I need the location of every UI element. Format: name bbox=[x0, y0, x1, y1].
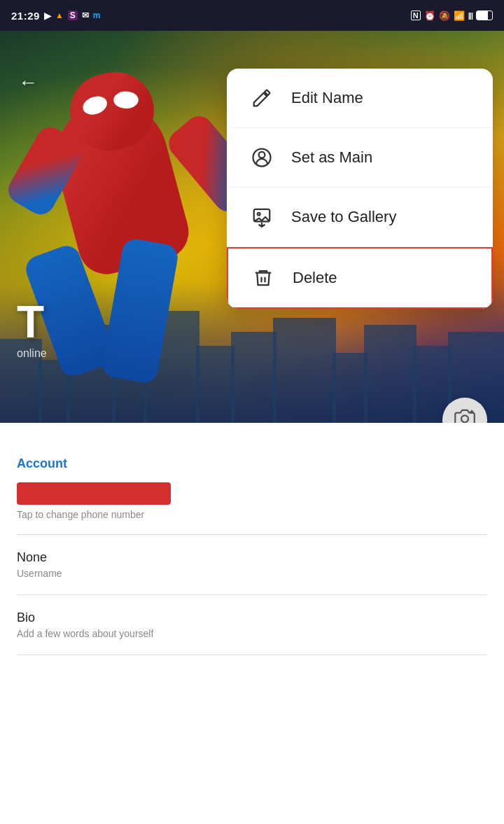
mute-icon: 🔕 bbox=[439, 11, 450, 21]
adaway-icon: ▲ bbox=[55, 11, 64, 20]
delete-label: Delete bbox=[293, 269, 337, 287]
menu-item-edit-name[interactable]: Edit Name bbox=[227, 69, 493, 128]
phone-hint: Tap to change phone number bbox=[17, 509, 487, 520]
set-main-label: Set as Main bbox=[291, 148, 372, 167]
bio-hint: Add a few words about yourself bbox=[17, 628, 487, 639]
phone-number-redacted[interactable] bbox=[17, 482, 171, 505]
trash-svg bbox=[253, 267, 274, 288]
image-download-svg bbox=[251, 207, 272, 228]
svg-point-1 bbox=[259, 152, 265, 158]
hero-username-area: T online bbox=[17, 300, 47, 360]
status-left: 21:29 ▶ ▲ S ✉ m bbox=[11, 10, 100, 22]
hero-username-letter: T bbox=[17, 300, 47, 344]
divider-2 bbox=[17, 594, 487, 595]
mail-icon: ✉ bbox=[82, 11, 89, 20]
username-value: None bbox=[17, 550, 487, 565]
svg-point-3 bbox=[258, 213, 260, 216]
pencil-icon bbox=[249, 85, 274, 111]
status-bar: 21:29 ▶ ▲ S ✉ m N ⏰ 🔕 📶 ||| bbox=[0, 0, 504, 31]
divider-1 bbox=[17, 534, 487, 535]
slack-icon: S bbox=[68, 11, 78, 20]
status-right-icons: N ⏰ 🔕 📶 ||| bbox=[411, 11, 493, 21]
location-icon: ▶ bbox=[44, 11, 51, 21]
person-circle-svg bbox=[251, 147, 272, 168]
status-time: 21:29 bbox=[11, 10, 40, 22]
edit-name-label: Edit Name bbox=[291, 89, 363, 107]
account-section-title: Account bbox=[17, 456, 487, 471]
hero-area: ← T online Edit Name Set bbox=[0, 31, 504, 423]
person-circle-icon bbox=[249, 145, 274, 170]
account-row-username[interactable]: None Username bbox=[17, 538, 487, 592]
pencil-svg bbox=[251, 88, 272, 109]
account-row-bio[interactable]: Bio Add a few words about yourself bbox=[17, 598, 487, 652]
back-arrow-icon: ← bbox=[18, 71, 38, 94]
save-gallery-label: Save to Gallery bbox=[291, 208, 396, 226]
account-section: Account Tap to change phone number None … bbox=[0, 423, 504, 655]
bio-label: Bio bbox=[17, 610, 487, 625]
trash-icon bbox=[251, 265, 276, 291]
svg-point-4 bbox=[461, 415, 468, 422]
battery-icon bbox=[476, 11, 493, 20]
menu-item-save-gallery[interactable]: Save to Gallery bbox=[227, 188, 493, 247]
alarm-icon: ⏰ bbox=[424, 11, 435, 21]
camera-plus-icon bbox=[454, 407, 475, 424]
divider-3 bbox=[17, 655, 487, 655]
menu-item-set-main[interactable]: Set as Main bbox=[227, 128, 493, 188]
wifi-icon: 📶 bbox=[454, 11, 465, 21]
signal-icon: ||| bbox=[468, 11, 472, 20]
username-label: Username bbox=[17, 568, 487, 579]
messenger-icon: m bbox=[93, 11, 101, 20]
context-menu: Edit Name Set as Main bbox=[227, 69, 493, 309]
image-download-icon bbox=[249, 204, 274, 230]
nfc-icon: N bbox=[411, 11, 421, 20]
menu-item-delete[interactable]: Delete bbox=[227, 247, 493, 309]
hero-status: online bbox=[17, 347, 47, 360]
back-button[interactable]: ← bbox=[14, 69, 42, 97]
